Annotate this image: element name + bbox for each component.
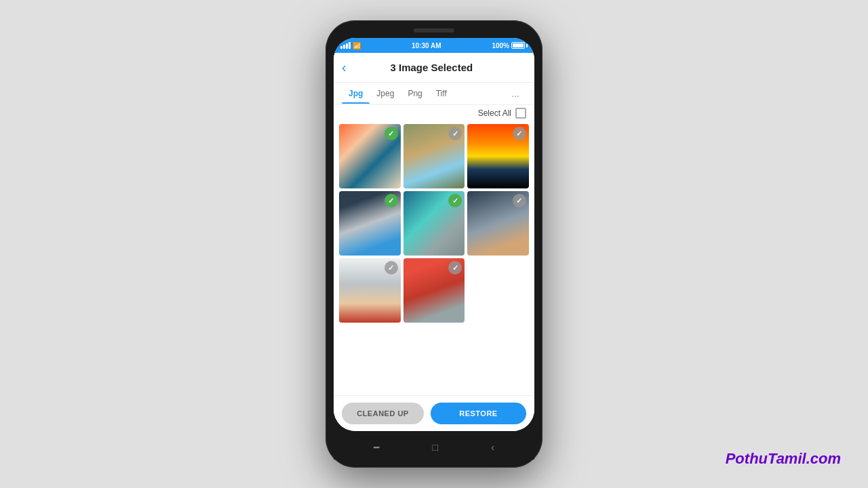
back-button[interactable]: ‹ bbox=[342, 60, 347, 75]
nav-back-icon[interactable]: ‹ bbox=[491, 442, 494, 453]
battery-pct-label: 100% bbox=[492, 42, 509, 49]
checkmark-1: ✓ bbox=[384, 127, 398, 140]
phone-screen: 📶 10:30 AM 100% ‹ 3 Image Selected Jpg J… bbox=[334, 38, 534, 431]
header-title: 3 Image Selected bbox=[353, 62, 510, 73]
watermark: PothuTamil.com bbox=[726, 450, 841, 468]
cleaned-up-button[interactable]: CLEANED UP bbox=[342, 403, 424, 424]
grid-item-5[interactable]: ✓ bbox=[403, 191, 465, 256]
checkmark-6: ✓ bbox=[513, 194, 526, 207]
image-grid: ✓ ✓ ✓ ✓ ✓ ✓ ✓ ✓ bbox=[334, 121, 534, 395]
checkmark-2: ✓ bbox=[448, 127, 462, 140]
checkmark-4: ✓ bbox=[384, 194, 398, 207]
grid-item-2[interactable]: ✓ bbox=[403, 124, 465, 188]
signal-icon bbox=[340, 42, 351, 49]
restore-button[interactable]: RESTORE bbox=[431, 403, 526, 424]
grid-item-4[interactable]: ✓ bbox=[339, 191, 401, 256]
tab-jpeg[interactable]: Jpeg bbox=[370, 83, 401, 104]
checkmark-5: ✓ bbox=[448, 194, 462, 207]
tab-tiff[interactable]: Tiff bbox=[429, 83, 454, 104]
grid-item-3[interactable]: ✓ bbox=[467, 124, 529, 188]
select-all-checkbox[interactable] bbox=[515, 108, 526, 119]
status-bar: 📶 10:30 AM 100% bbox=[334, 38, 534, 53]
phone-speaker bbox=[414, 28, 454, 33]
grid-item-1[interactable]: ✓ bbox=[339, 124, 401, 188]
grid-empty bbox=[467, 258, 529, 323]
tab-png[interactable]: Png bbox=[401, 83, 429, 104]
status-time: 10:30 AM bbox=[412, 42, 441, 49]
select-all-label: Select All bbox=[478, 108, 511, 118]
phone-frame: 📶 10:30 AM 100% ‹ 3 Image Selected Jpg J… bbox=[326, 20, 542, 468]
grid-item-6[interactable]: ✓ bbox=[467, 191, 529, 256]
grid-item-7[interactable]: ✓ bbox=[339, 258, 401, 323]
app-header: ‹ 3 Image Selected bbox=[334, 53, 534, 83]
grid-item-8[interactable]: ✓ bbox=[403, 258, 465, 323]
status-right: 100% bbox=[492, 42, 528, 49]
tab-bar: Jpg Jpeg Png Tiff ... bbox=[334, 83, 534, 105]
select-all-row: Select All bbox=[334, 105, 534, 121]
status-left: 📶 bbox=[340, 42, 361, 49]
checkmark-7: ✓ bbox=[384, 261, 398, 274]
checkmark-3: ✓ bbox=[513, 127, 526, 140]
checkmark-8: ✓ bbox=[448, 261, 462, 274]
nav-menu-icon[interactable]: ━ bbox=[374, 442, 379, 453]
tab-more[interactable]: ... bbox=[505, 83, 526, 104]
bottom-buttons: CLEANED UP RESTORE bbox=[334, 395, 534, 431]
battery-icon bbox=[511, 42, 528, 49]
phone-nav-bar: ━ □ ‹ bbox=[334, 435, 534, 460]
tab-jpg[interactable]: Jpg bbox=[342, 83, 370, 104]
wifi-icon: 📶 bbox=[353, 42, 361, 49]
nav-home-icon[interactable]: □ bbox=[432, 442, 437, 453]
